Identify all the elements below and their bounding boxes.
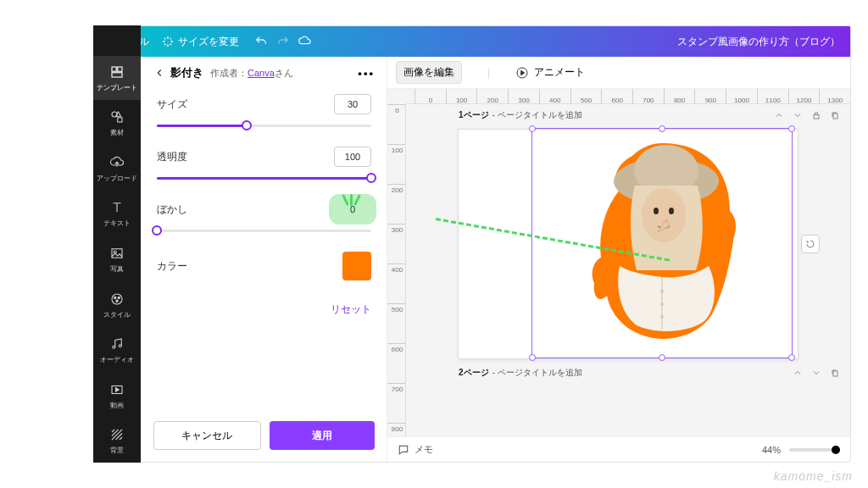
svg-point-9	[118, 297, 120, 298]
stage[interactable]: 0 100 200 300 400 500 600 700 800 900 10…	[387, 89, 850, 436]
copy-icon[interactable]	[830, 368, 840, 378]
svg-point-11	[113, 346, 115, 348]
svg-point-7	[112, 294, 122, 304]
nav-video[interactable]: 動画	[93, 374, 141, 418]
ruler-tick: 800	[387, 423, 405, 436]
blur-control: ぼかし0	[157, 199, 371, 236]
nav-style[interactable]: スタイル	[93, 283, 141, 327]
edit-image-button[interactable]: 画像を編集	[396, 61, 462, 84]
ruler-tick: 1100	[757, 89, 788, 103]
nav-label: 素材	[110, 128, 124, 137]
author-suffix: さん	[275, 68, 293, 78]
ruler-tick: 600	[387, 343, 405, 383]
page-title-placeholder[interactable]: - ページタイトルを追加	[492, 367, 582, 379]
author-link[interactable]: Canva	[248, 68, 275, 78]
nav-label: アップロード	[97, 174, 137, 183]
template-icon	[108, 64, 125, 80]
nav-text[interactable]: テキスト	[93, 192, 141, 236]
page-2-header: 2ページ - ページタイトルを追加	[459, 367, 840, 379]
handle-bl[interactable]	[529, 354, 536, 361]
zoom-slider[interactable]	[789, 448, 840, 452]
nav-bg[interactable]: 背景	[93, 419, 141, 463]
page-1-canvas[interactable]	[459, 130, 798, 358]
style-icon	[108, 291, 125, 308]
ruler-tick: 0	[415, 89, 446, 103]
svg-rect-25	[833, 371, 837, 376]
cancel-button[interactable]: キャンセル	[153, 421, 261, 450]
svg-rect-4	[118, 118, 122, 122]
ruler-tick: 0	[387, 104, 405, 144]
back-icon[interactable]	[153, 67, 165, 79]
svg-point-10	[116, 300, 118, 302]
page-number: 1ページ	[459, 109, 489, 121]
nav-photo[interactable]: 写真	[93, 237, 141, 281]
ruler-tick: 700	[632, 89, 664, 103]
chevron-down-icon[interactable]	[811, 368, 821, 378]
ruler-tick: 200	[476, 89, 508, 103]
panel-title: 影付き	[170, 65, 203, 80]
sparkle-icon	[161, 35, 175, 48]
author-prefix: 作成者：	[210, 68, 248, 78]
animate-label: アニメート	[534, 65, 585, 80]
animate-button[interactable]: アニメート	[515, 65, 585, 80]
nav-audio[interactable]: オーディオ	[93, 328, 141, 372]
svg-rect-5	[112, 249, 122, 258]
elements-icon	[108, 108, 125, 125]
ruler-tick: 600	[601, 89, 632, 103]
memo-button[interactable]: メモ	[398, 443, 433, 456]
ruler-tick: 1300	[819, 89, 850, 103]
bottom-bar: メモ 44%	[387, 436, 850, 462]
nav-elements[interactable]: 素材	[93, 102, 141, 146]
chevron-down-icon[interactable]	[793, 110, 803, 120]
ruler-tick: 300	[387, 224, 405, 263]
opacity-slider[interactable]	[157, 172, 371, 184]
handle-br[interactable]	[788, 354, 795, 361]
page-number: 2ページ	[459, 367, 489, 379]
blur-slider[interactable]	[157, 225, 371, 236]
rotate-handle[interactable]	[801, 235, 820, 253]
horizontal-ruler: 0 100 200 300 400 500 600 700 800 900 10…	[406, 89, 850, 104]
opacity-value[interactable]: 100	[334, 147, 371, 167]
ruler-tick: 500	[387, 303, 405, 343]
vertical-ruler: 0 100 200 300 400 500 600 700 800	[387, 104, 406, 436]
svg-rect-15	[814, 115, 819, 119]
handle-bm[interactable]	[659, 354, 665, 361]
video-icon	[108, 381, 125, 398]
apply-button[interactable]: 適用	[270, 421, 376, 450]
undo-icon[interactable]	[254, 35, 268, 48]
chevron-up-icon[interactable]	[774, 110, 784, 120]
history-controls	[254, 35, 312, 48]
ruler-tick: 500	[570, 89, 602, 103]
nav-upload[interactable]: アップロード	[93, 147, 141, 191]
lock-icon[interactable]	[811, 110, 821, 120]
nav-template[interactable]: テンプレート	[93, 56, 141, 100]
svg-rect-2	[112, 73, 122, 77]
reset-button[interactable]: リセット	[157, 296, 371, 317]
copy-icon[interactable]	[830, 110, 840, 120]
left-nav: テンプレート 素材 アップロード テキスト 写真 スタイル オーディオ 動画 背…	[93, 25, 141, 463]
redo-icon[interactable]	[276, 35, 290, 48]
size-value[interactable]: 30	[334, 94, 371, 114]
page-title-placeholder[interactable]: - ページタイトルを追加	[492, 109, 582, 121]
cloud-sync-icon[interactable]	[298, 35, 312, 48]
ruler-tick: 100	[446, 89, 477, 103]
opacity-label: 透明度	[157, 150, 187, 164]
color-control: カラー	[157, 252, 371, 280]
chevron-up-icon[interactable]	[793, 368, 803, 378]
more-menu-icon[interactable]: •••	[358, 67, 375, 80]
opacity-control: 透明度100	[157, 147, 371, 184]
watermark: kamome_ism	[774, 469, 853, 483]
handle-tm[interactable]	[659, 125, 665, 132]
handle-tl[interactable]	[529, 125, 536, 132]
page-tools	[774, 110, 840, 120]
resize-menu[interactable]: サイズを変更	[161, 35, 239, 49]
svg-rect-0	[112, 67, 116, 71]
size-slider[interactable]	[157, 119, 371, 131]
handle-tr[interactable]	[788, 125, 795, 132]
color-swatch[interactable]	[342, 252, 371, 280]
zoom-value[interactable]: 44%	[762, 445, 781, 455]
nav-label: 写真	[110, 264, 124, 274]
memo-icon	[398, 444, 409, 456]
memo-label: メモ	[415, 443, 433, 456]
blur-value[interactable]: 0	[334, 199, 371, 219]
